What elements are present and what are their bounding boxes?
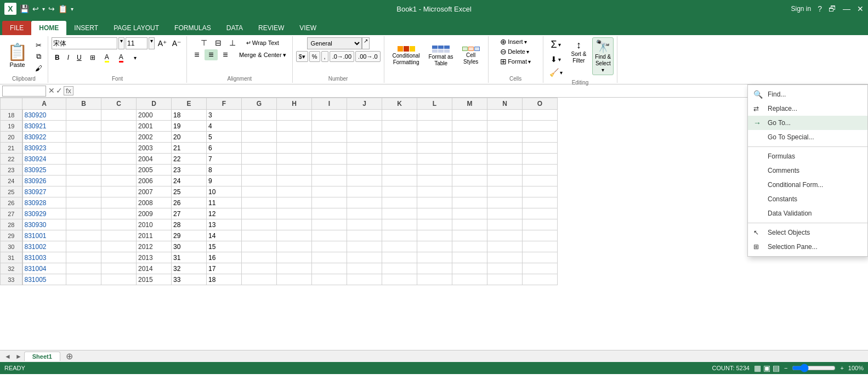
cell-o[interactable] (523, 230, 558, 241)
cell-a[interactable]: 830921 (22, 121, 66, 132)
sign-in-btn[interactable]: Sign in (791, 5, 812, 13)
font-size-dropdown[interactable]: ▾ (149, 37, 155, 49)
cell-c[interactable] (101, 121, 137, 132)
font-color-button[interactable]: A (115, 52, 128, 63)
top-align-button[interactable]: ⊤ (197, 37, 211, 48)
cell-m[interactable] (452, 121, 487, 132)
cell-e[interactable]: 25 (172, 186, 207, 197)
sort-filter-button[interactable]: ↕ Sort &Filter (569, 37, 589, 66)
cell-n[interactable] (487, 176, 523, 186)
customize-quick-access[interactable]: 📋 (58, 4, 67, 13)
cell-h[interactable] (277, 241, 312, 252)
cell-b[interactable] (66, 252, 101, 263)
cell-i[interactable] (312, 208, 347, 219)
cell-k[interactable] (382, 186, 417, 197)
cell-k[interactable] (382, 132, 417, 143)
cell-a[interactable]: 830923 (22, 143, 66, 154)
cell-k[interactable] (382, 208, 417, 219)
format-painter-button[interactable]: 🖌 (32, 63, 44, 73)
merge-center-button[interactable]: Merge & Center ▾ (236, 49, 289, 60)
cell-l[interactable] (417, 110, 452, 121)
cell-h[interactable] (277, 132, 312, 143)
cell-d[interactable]: 2001 (137, 121, 172, 132)
data-validation-menu-item[interactable]: Data Validation (748, 206, 867, 220)
cell-j[interactable] (347, 154, 382, 165)
cell-a[interactable]: 831003 (22, 252, 66, 263)
cell-h[interactable] (277, 230, 312, 241)
cell-m[interactable] (452, 230, 487, 241)
cell-d[interactable]: 2009 (137, 208, 172, 219)
col-header-c[interactable]: C (101, 98, 137, 110)
cell-i[interactable] (312, 274, 347, 285)
cell-c[interactable] (101, 252, 137, 263)
cell-g[interactable] (242, 176, 277, 186)
dec-dec-button[interactable]: .00→.0 (355, 51, 380, 62)
cell-k[interactable] (382, 197, 417, 208)
cell-c[interactable] (101, 165, 137, 176)
tab-page-layout[interactable]: PAGE LAYOUT (106, 21, 167, 35)
tab-insert[interactable]: INSERT (66, 21, 106, 35)
cell-c[interactable] (101, 230, 137, 241)
cell-f[interactable]: 3 (207, 110, 242, 121)
cell-n[interactable] (487, 121, 523, 132)
autosum-button[interactable]: Σ ▾ (548, 37, 563, 52)
sheet-tab-sheet1[interactable]: Sheet1 (24, 352, 60, 361)
cell-m[interactable] (452, 274, 487, 285)
cell-c[interactable] (101, 208, 137, 219)
confirm-formula-icon[interactable]: ✓ (56, 86, 63, 95)
cell-k[interactable] (382, 219, 417, 230)
cell-j[interactable] (347, 176, 382, 186)
cell-f[interactable]: 17 (207, 263, 242, 274)
cell-b[interactable] (66, 219, 101, 230)
conditional-formatting-button[interactable]: ConditionalFormatting (389, 44, 423, 68)
col-header-g[interactable]: G (242, 98, 277, 110)
cell-d[interactable]: 2013 (137, 252, 172, 263)
cell-i[interactable] (312, 186, 347, 197)
page-layout-view-button[interactable]: ▣ (763, 364, 770, 372)
cell-l[interactable] (417, 143, 452, 154)
insert-function-icon[interactable]: fx (64, 86, 73, 95)
cell-f[interactable]: 11 (207, 197, 242, 208)
col-header-i[interactable]: I (312, 98, 347, 110)
tab-home[interactable]: HOME (31, 21, 66, 35)
cell-g[interactable] (242, 186, 277, 197)
cell-j[interactable] (347, 121, 382, 132)
cell-e[interactable]: 22 (172, 154, 207, 165)
cell-f[interactable]: 12 (207, 208, 242, 219)
cell-h[interactable] (277, 252, 312, 263)
right-align-button[interactable]: ≡ (219, 49, 232, 60)
cell-o[interactable] (523, 252, 558, 263)
cell-g[interactable] (242, 165, 277, 176)
cell-f[interactable]: 7 (207, 154, 242, 165)
cell-l[interactable] (417, 197, 452, 208)
cell-h[interactable] (277, 186, 312, 197)
cell-l[interactable] (417, 252, 452, 263)
save-quick-btn[interactable]: 💾 (20, 4, 29, 13)
cell-k[interactable] (382, 241, 417, 252)
cell-b[interactable] (66, 132, 101, 143)
number-format-expand[interactable]: ↗ (362, 37, 370, 49)
cell-m[interactable] (452, 252, 487, 263)
undo-dropdown[interactable]: ▾ (42, 6, 45, 12)
bottom-align-button[interactable]: ⊥ (226, 37, 239, 48)
cell-e[interactable]: 20 (172, 132, 207, 143)
cell-e[interactable]: 30 (172, 241, 207, 252)
cell-f[interactable]: 16 (207, 252, 242, 263)
currency-button[interactable]: $▾ (296, 51, 308, 62)
cell-h[interactable] (277, 197, 312, 208)
cell-o[interactable] (523, 274, 558, 285)
cell-e[interactable]: 28 (172, 219, 207, 230)
cell-j[interactable] (347, 252, 382, 263)
cell-o[interactable] (523, 241, 558, 252)
clear-button[interactable]: 🧹 ▾ (547, 66, 565, 78)
cell-j[interactable] (347, 110, 382, 121)
cell-i[interactable] (312, 132, 347, 143)
cell-d[interactable]: 2008 (137, 197, 172, 208)
replace-menu-item[interactable]: ⇄ Replace... (748, 101, 867, 116)
cell-b[interactable] (66, 274, 101, 285)
minimize-btn[interactable]: — (843, 4, 850, 13)
cell-m[interactable] (452, 208, 487, 219)
cell-n[interactable] (487, 143, 523, 154)
fill-button[interactable]: ⬇ ▾ (548, 53, 564, 65)
font-name-dropdown[interactable]: ▾ (118, 37, 124, 49)
